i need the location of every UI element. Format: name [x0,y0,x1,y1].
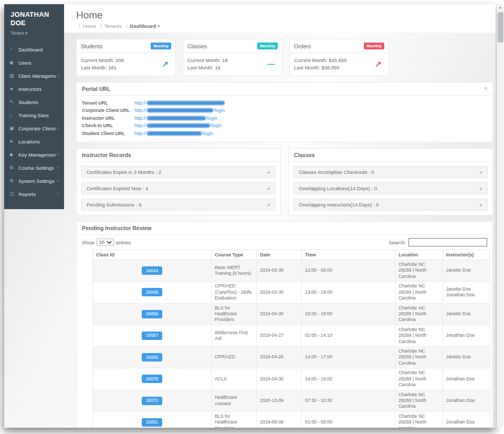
class-id-cell: 16072 [93,390,212,411]
breadcrumb-separator: / [100,23,102,29]
sidebar-item-class-management[interactable]: ▤ Class Management ‹ [4,69,64,82]
url-suffix[interactable]: /login [206,116,218,121]
page-size-control: Show 10 entries [82,239,131,246]
instructor-records-panel: Instructor Records Certificates Expire i… [76,148,281,215]
expand-plus-icon[interactable]: + [479,202,482,208]
sidebar-item-corporate-clients[interactable]: ▣ Corporate Clients ‹ [4,122,64,135]
date-cell: 2019-04-30 [257,368,302,390]
course-type-cell: ACLS [212,368,257,390]
time-cell: 02:05 - 14:10 [302,325,395,346]
url-prefix[interactable]: http:// [134,116,146,121]
redacted-url-bar [147,108,213,112]
chevron-left-icon: ‹ [57,73,59,78]
url-prefix[interactable]: http:// [134,100,146,106]
class-id-button[interactable]: 16072 [142,397,163,405]
sidebar-item-students[interactable]: ✎ Students ‹ [4,96,64,109]
page-header: Home / Home / Tenants [64,4,496,33]
url-prefix[interactable]: http:// [134,123,146,128]
accordion-item[interactable]: Certificates Expire in 3 Months : 2 + [81,166,276,178]
sidebar-nav: JONATHAN DOE Tenant ▾ ◔ Dashboard ‹ ◉ [4,4,64,209]
column-header[interactable]: Date [257,250,302,260]
table-row: 16044 Basic MERT Training (6 hours) 2019… [93,260,490,282]
redacted-url-bar [147,116,206,120]
monthly-badge: Monthly [257,43,278,49]
sidebar-item-label: System Settings [18,178,56,184]
time-cell: 01:00 - 05:00 [302,411,395,428]
sidebar-item-training-sites[interactable]: ⌂ Training Sites ‹ [4,109,64,122]
portal-url-row: Corporate Client URL http:// /login [82,107,487,115]
sidebar-item-key-management[interactable]: ◆ Key Management ‹ [4,148,64,161]
sidebar-item-label: Reports [18,191,56,197]
instructors-cell: Janette Doe [443,260,490,282]
sidebar-item-users[interactable]: ◉ Users ‹ [4,56,64,69]
panel-title: Portal URL [82,86,110,92]
chevron-left-icon: ‹ [57,165,59,170]
breadcrumb: / Home / Tenants / Dashboa [76,23,493,29]
portal-url-row: Instructor URL http:// /login [82,115,487,122]
tenant-selector[interactable]: Tenant ▾ [10,30,58,36]
sidebar-item-icon: ◆ [9,152,16,157]
class-id-button[interactable]: 16057 [142,332,163,340]
accordion-item[interactable]: Overlapping Locations(14 Days) : 0 + [293,182,488,194]
url-prefix[interactable]: http:// [134,108,146,113]
column-header[interactable]: Course Type [212,250,257,260]
course-type-cell: Basic MERT Training (6 hours) [212,260,257,282]
breadcrumb-separator: / [79,23,80,29]
expand-plus-icon[interactable]: + [267,202,270,208]
course-type-cell: BLS for Healthcare Providers [212,411,257,428]
scrollbar[interactable]: ▲ [497,4,503,428]
breadcrumb-label: Tenants [104,23,122,29]
url-suffix[interactable]: /login [211,123,222,128]
entries-label: entries [116,240,131,245]
sidebar-item-label: Key Management [18,152,56,158]
sidebar-item-icon: ◫ [9,191,16,197]
column-header[interactable]: Time [302,250,395,260]
expand-plus-icon[interactable]: + [267,185,270,192]
time-cell: 13:00 - 19:00 [302,282,395,303]
column-header[interactable]: Location [395,250,443,260]
expand-plus-icon[interactable]: + [479,185,482,192]
column-header[interactable]: Instructor(s) [443,250,490,260]
class-id-button[interactable]: 16091 [142,418,163,427]
class-id-button[interactable]: 16070 [142,375,163,383]
accordion-item[interactable]: Certificates Expired Now : 4 + [81,182,276,194]
stat-card-header: Orders Monthly [290,39,388,53]
sidebar-item-dashboard[interactable]: ◔ Dashboard ‹ [4,43,64,56]
expand-plus-icon[interactable]: + [479,169,482,175]
search-input[interactable] [408,238,487,246]
column-header[interactable]: Class ID [93,250,212,260]
url-suffix[interactable]: /login [214,108,225,113]
accordion-label: Overlapping Instructors(14 Days) : 0 [299,202,379,208]
class-id-button[interactable]: 16044 [142,266,163,275]
sidebar-item-course-settings[interactable]: ⚙ Course Settings ‹ [4,161,64,174]
stat-title: Students [81,43,102,49]
expand-plus-icon[interactable]: + [267,169,270,175]
collapse-icon[interactable]: ˄ [484,86,487,91]
accordion-item[interactable]: Overlapping Instructors(14 Days) : 0 + [293,199,488,211]
sidebar-item-locations[interactable]: ➤ Locations ‹ [4,135,64,148]
instructors-cell: Jonathan Doe [443,325,490,346]
accordion-item[interactable]: Pending Submissions : 9 + [81,199,276,211]
redacted-url-bar [147,101,225,105]
url-prefix[interactable]: http:// [134,131,146,136]
scrollbar-thumb[interactable] [498,12,503,43]
class-id-button[interactable]: 16056 [142,310,163,318]
breadcrumb-item[interactable]: / Dashboard ▾ [123,23,160,29]
sidebar-item-instructors[interactable]: ★ Instructors ‹ [4,82,64,96]
class-id-button[interactable]: 16058 [142,353,163,361]
page-size-select[interactable]: 10 [97,239,114,246]
breadcrumb-item[interactable]: / Tenants [98,23,123,29]
sidebar-item-reports[interactable]: ◫ Reports ‹ [4,188,64,201]
date-cell: 2019-04-26 [257,347,302,368]
sidebar-item-system-settings[interactable]: ⚙ System Settings ‹ [4,174,64,188]
scroll-up-arrow[interactable]: ▲ [497,4,503,11]
breadcrumb-separator: / [126,23,128,29]
class-id-cell: 16091 [93,411,212,428]
url-suffix[interactable]: /login [202,131,214,136]
accordion-item[interactable]: Classes Incomplete Checkouts : 0 + [293,166,488,178]
breadcrumb-item[interactable]: / Home [76,23,98,29]
class-id-cell: 16045 [93,282,212,303]
class-id-button[interactable]: 16045 [142,288,163,296]
time-cell: 14:00 - 17:00 [302,347,395,368]
date-cell: 2019-04-30 [257,303,302,325]
